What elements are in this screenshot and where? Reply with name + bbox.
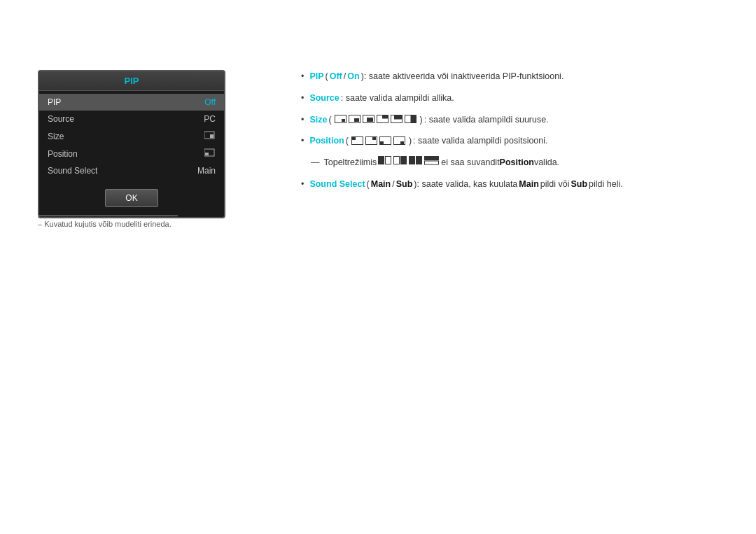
sound-select-label: Sound Select <box>309 178 365 191</box>
size-icon-2 <box>349 115 361 124</box>
list-item-pip: PIP ( Off / On ): saate aktiveerida või … <box>301 70 728 83</box>
pip-menu-item-source[interactable]: Source PC <box>39 111 224 127</box>
svg-rect-15 <box>410 115 416 123</box>
svg-rect-31 <box>425 161 439 164</box>
source-label: Source <box>309 92 339 105</box>
footnote: – Kuvatud kujutis võib mudeliti erineda. <box>38 216 178 228</box>
size-icon <box>204 131 216 139</box>
pip-dialog-title: PIP <box>39 71 224 91</box>
dbl-icon-2 <box>393 156 407 165</box>
sub-label-2: Sub <box>571 178 588 191</box>
svg-rect-29 <box>416 157 422 164</box>
list-item-source: Source : saate valida alampildi allika. <box>301 92 728 105</box>
svg-rect-28 <box>410 157 415 164</box>
position-bold-ref: Position <box>500 156 534 169</box>
svg-rect-3 <box>205 153 209 155</box>
pip-menu-item-sound-select[interactable]: Sound Select Main <box>39 162 224 179</box>
pip-label: PIP <box>309 70 323 83</box>
svg-rect-24 <box>379 157 384 164</box>
pos-icon-tr <box>365 136 378 146</box>
pos-icon-bl <box>379 136 392 146</box>
svg-rect-19 <box>372 137 376 140</box>
svg-rect-17 <box>352 137 356 140</box>
dbl-icon-3 <box>409 156 423 165</box>
list-item-sound-select: Sound Select ( Main / Sub ): saate valid… <box>301 178 728 191</box>
pip-menu-item-position[interactable]: Position <box>39 145 224 162</box>
size-icon-3 <box>363 115 375 124</box>
info-list: PIP ( Off / On ): saate aktiveerida või … <box>301 70 728 148</box>
position-icons <box>351 136 406 146</box>
double-mode-icons <box>378 156 440 165</box>
pos-icon-tl <box>351 136 364 146</box>
info-panel: PIP ( Off / On ): saate aktiveerida või … <box>301 70 728 199</box>
pip-menu: PIP Off Source PC Size Position <box>39 91 224 182</box>
svg-rect-25 <box>386 157 391 164</box>
dbl-icon-4 <box>424 156 440 165</box>
main-label-2: Main <box>519 178 538 191</box>
list-item-size: Size ( <box>301 113 728 127</box>
size-icon-5 <box>391 115 403 124</box>
size-icon-1 <box>335 115 347 124</box>
size-icon-4 <box>377 115 389 124</box>
svg-rect-26 <box>394 157 400 164</box>
svg-rect-1 <box>210 134 214 138</box>
svg-rect-27 <box>401 157 407 164</box>
pip-dialog: PIP PIP Off Source PC Size Position <box>38 70 225 218</box>
main-label: Main <box>371 178 391 191</box>
svg-rect-23 <box>400 141 404 144</box>
svg-rect-21 <box>380 141 384 144</box>
position-label: Position <box>309 134 344 148</box>
subnote: — Topeltrežiimis ei saa suvandit Positio… <box>301 156 728 169</box>
ok-button[interactable]: OK <box>105 189 158 207</box>
svg-rect-11 <box>382 115 388 119</box>
pip-off-label: Off <box>330 70 342 83</box>
info-list-2: Sound Select ( Main / Sub ): saate valid… <box>301 178 728 191</box>
pip-menu-item-size[interactable]: Size <box>39 127 224 145</box>
svg-rect-30 <box>425 157 439 160</box>
pos-icon-br <box>393 136 406 146</box>
position-icon <box>204 148 216 157</box>
svg-rect-7 <box>354 118 359 122</box>
list-item-position: Position ( <box>301 134 728 148</box>
svg-rect-13 <box>394 115 402 120</box>
pip-on-label: On <box>347 70 359 83</box>
size-label: Size <box>309 113 327 127</box>
pip-menu-item-pip[interactable]: PIP Off <box>39 94 224 111</box>
ok-button-row: OK <box>39 182 224 217</box>
size-icon-6 <box>405 115 417 124</box>
svg-rect-9 <box>367 118 373 122</box>
svg-rect-5 <box>342 119 345 122</box>
sub-label: Sub <box>396 178 413 191</box>
dbl-icon-1 <box>378 156 392 165</box>
size-icons <box>335 115 417 124</box>
